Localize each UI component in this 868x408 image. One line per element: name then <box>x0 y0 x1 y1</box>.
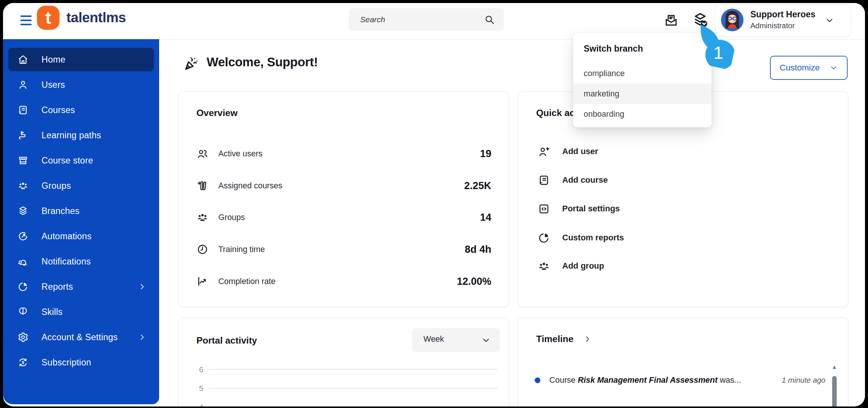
sidebar-item-label: Users <box>41 80 65 90</box>
chart-gridline-row: 6 <box>193 365 497 374</box>
sidebar-item-branches[interactable]: Branches <box>8 199 154 223</box>
chevron-down-icon <box>825 16 834 25</box>
app-logo[interactable]: t talentlms <box>37 6 126 30</box>
chevron-right-icon[interactable] <box>583 335 592 343</box>
customize-button[interactable]: Customize <box>770 56 848 80</box>
sidebar-item-label: Branches <box>41 206 80 216</box>
overview-row-groups: Groups14 <box>196 210 491 225</box>
switch-branch-menu: Switch branch compliancemarketingonboard… <box>573 33 712 127</box>
books-plus-icon <box>196 180 209 192</box>
overview-label: Training time <box>218 245 265 254</box>
portal-activity-card: Portal activity Week 654 <box>178 318 509 406</box>
activity-range-value: Week <box>423 335 444 344</box>
book-icon <box>538 174 550 186</box>
sidebar-item-automations[interactable]: Automations <box>8 225 154 248</box>
party-popper-icon <box>183 55 200 72</box>
branch-menu-item-onboarding[interactable]: onboarding <box>573 104 712 124</box>
sidebar-item-label: Reports <box>41 282 73 292</box>
logo-text: talentlms <box>66 10 126 26</box>
quick-action-label: Custom reports <box>562 233 624 243</box>
messages-icon[interactable] <box>664 13 679 28</box>
timeline-text-suffix: was... <box>718 376 741 385</box>
chart-y-tick: 6 <box>193 365 203 374</box>
learning-paths-icon <box>17 130 29 141</box>
activity-range-select[interactable]: Week <box>412 328 500 352</box>
search-icon[interactable] <box>484 14 495 25</box>
sidebar-item-course-store[interactable]: Course store <box>8 149 154 172</box>
quick-action-label: Portal settings <box>562 204 620 214</box>
timeline-dot-icon <box>535 377 540 383</box>
sidebar-item-subscription[interactable]: $Subscription <box>8 351 154 374</box>
timeline-text-prefix: Course <box>549 376 578 385</box>
automations-icon <box>17 231 29 242</box>
overview-value: 14 <box>480 212 491 223</box>
sidebar-item-label: Subscription <box>41 358 91 368</box>
sidebar-item-skills[interactable]: Skills <box>8 300 154 324</box>
chart-gridline-row: 5 <box>193 384 497 393</box>
subscription-icon: $ <box>17 357 29 368</box>
search-input[interactable] <box>349 8 488 31</box>
svg-text:$: $ <box>22 360 24 365</box>
quick-action-add-group[interactable]: Add group <box>538 258 604 274</box>
portal-icon <box>538 203 550 215</box>
users-duo-icon <box>196 148 209 160</box>
settings-icon <box>17 332 29 343</box>
group-icon <box>196 211 209 223</box>
chevron-right-icon <box>138 333 146 341</box>
logo-badge-icon: t <box>37 6 60 30</box>
timeline-card: Timeline Course Risk Management Final As… <box>518 318 848 406</box>
sidebar-item-notifications[interactable]: Notifications <box>8 250 154 273</box>
switch-branch-menu-title: Switch branch <box>584 44 643 54</box>
notifications-icon <box>17 256 29 267</box>
timeline-title: Timeline <box>536 334 574 344</box>
quick-action-add-user[interactable]: Add user <box>538 144 598 159</box>
sidebar-item-label: Automations <box>41 231 92 241</box>
chevron-down-icon <box>830 64 838 72</box>
overview-value: 8d 4h <box>465 244 491 255</box>
hamburger-menu-icon[interactable] <box>20 15 32 25</box>
overview-title: Overview <box>196 108 238 118</box>
clock-icon <box>196 243 209 255</box>
sidebar-item-label: Skills <box>41 307 63 317</box>
profile-role: Administrator <box>750 21 795 30</box>
branches-icon <box>17 205 29 217</box>
overview-value: 19 <box>480 148 491 160</box>
sidebar-item-groups[interactable]: Groups <box>8 174 154 197</box>
sidebar-item-label: Courses <box>41 105 75 115</box>
sidebar-item-label: Learning paths <box>41 130 101 141</box>
chevron-down-icon <box>482 336 491 345</box>
timeline-scrollbar[interactable]: ▲ <box>831 362 838 406</box>
chart-y-tick: 5 <box>193 384 203 393</box>
profile-menu[interactable]: Support Heroes Administrator <box>715 4 851 37</box>
overview-row-completion-rate: Completion rate12.00% <box>196 274 491 289</box>
skills-icon <box>17 306 29 318</box>
overview-row-training-time: Training time8d 4h <box>196 242 491 257</box>
branch-menu-item-marketing[interactable]: marketing <box>573 84 712 104</box>
sidebar-item-learning-paths[interactable]: Learning paths <box>8 124 154 147</box>
overview-label: Completion rate <box>218 277 276 286</box>
home-icon <box>17 54 29 65</box>
quick-action-custom-reports[interactable]: Custom reports <box>538 230 624 245</box>
scroll-up-icon[interactable]: ▲ <box>831 362 838 371</box>
overview-label: Active users <box>218 149 262 159</box>
sidebar-item-reports[interactable]: Reports <box>8 275 154 298</box>
sidebar-item-account-settings[interactable]: Account & Settings <box>8 325 154 349</box>
trend-icon <box>196 275 209 287</box>
scrollbar-thumb[interactable] <box>832 376 837 406</box>
quick-action-label: Add user <box>562 147 598 156</box>
timeline-entry-text: Course Risk Management Final Assessment … <box>549 376 741 385</box>
sidebar-item-home[interactable]: Home <box>8 48 154 71</box>
quick-action-label: Add course <box>562 175 608 185</box>
sidebar-item-label: Account & Settings <box>41 332 118 342</box>
users-icon <box>17 79 29 90</box>
quick-action-add-course[interactable]: Add course <box>538 173 608 188</box>
profile-name: Support Heroes <box>750 9 816 20</box>
sidebar-item-users[interactable]: Users <box>8 73 154 96</box>
user-plus-icon <box>538 145 550 158</box>
switch-branch-icon[interactable] <box>692 11 709 29</box>
overview-value: 2.25K <box>464 180 491 192</box>
quick-action-portal-settings[interactable]: Portal settings <box>538 201 620 216</box>
sidebar-item-courses[interactable]: Courses <box>8 98 154 122</box>
branch-menu-item-compliance[interactable]: compliance <box>573 63 712 84</box>
sidebar-nav: HomeUsersCoursesLearning pathsCourse sto… <box>3 39 159 404</box>
